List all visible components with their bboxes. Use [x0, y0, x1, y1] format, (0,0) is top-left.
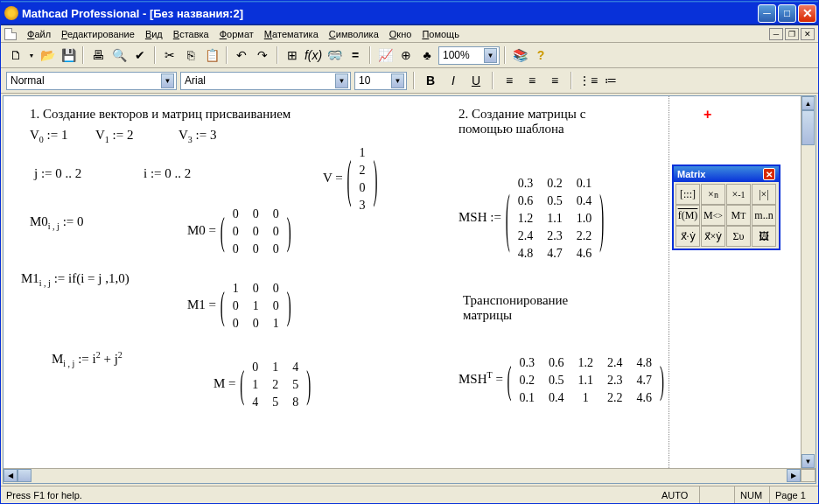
i-range: i := 0 .. 2 [144, 166, 191, 181]
window-title: Mathcad Professional - [Без названия:2] [22, 7, 758, 20]
insert-button[interactable]: ⊕ [396, 46, 416, 65]
m1-display: M1 = (100010001) [187, 280, 292, 332]
help-button[interactable]: ? [531, 46, 550, 65]
fx-button[interactable]: f(x) [304, 46, 323, 65]
style-combo[interactable]: Normal▼ [6, 72, 177, 90]
scroll-corner [801, 469, 816, 482]
mdi-restore[interactable]: ❐ [785, 28, 799, 40]
transpose-icon[interactable]: MT [726, 205, 751, 226]
status-page: Page 1 [770, 486, 818, 503]
scroll-h-thumb[interactable] [18, 469, 32, 482]
maximize-button[interactable]: □ [778, 4, 796, 23]
column-icon[interactable]: M<> [701, 205, 725, 226]
determinant-icon[interactable]: |×| [752, 184, 776, 205]
font-combo[interactable]: Arial▼ [180, 72, 351, 90]
menu-help[interactable]: Помощь [416, 27, 465, 41]
spellcheck-button[interactable]: ✔ [130, 46, 150, 65]
menubar: Файл Редактирование Вид Вставка Формат М… [1, 25, 818, 43]
transpose-label: Транспонирование матрицы [463, 293, 603, 323]
size-arrow[interactable]: ▼ [391, 74, 404, 88]
graph-button[interactable]: 📈 [375, 46, 395, 65]
size-combo[interactable]: 10▼ [354, 72, 407, 90]
mdi-minimize[interactable]: ─ [769, 28, 783, 40]
zoom-arrow[interactable]: ▼ [484, 48, 497, 63]
heading-1: 1. Создание векторов и матриц присваиван… [30, 107, 290, 122]
sum-icon[interactable]: Συ [726, 226, 751, 247]
menu-window[interactable]: Окно [384, 27, 417, 41]
j-range: j := 0 .. 2 [34, 166, 81, 181]
v1-def: V1 := 2 [95, 128, 133, 144]
align-center-button[interactable]: ≡ [522, 71, 542, 90]
titlebar: Mathcad Professional - [Без названия:2] … [1, 1, 818, 25]
matrix-palette[interactable]: Matrix ✕ [:::] ×n ×-1 |×| f(M) M<> MT m.… [672, 164, 780, 250]
menu-edit[interactable]: Редактирование [56, 27, 140, 41]
palette-close-button[interactable]: ✕ [763, 168, 775, 180]
italic-button[interactable]: I [444, 71, 463, 90]
minimize-button[interactable]: ─ [758, 4, 776, 23]
units-button[interactable]: 🥽 [325, 46, 344, 65]
print-button[interactable]: 🖶 [88, 46, 108, 65]
bullets-button[interactable]: ⋮≡ [578, 71, 598, 90]
menu-symbolics[interactable]: Символика [324, 27, 384, 41]
bold-button[interactable]: B [421, 71, 440, 90]
font-arrow[interactable]: ▼ [335, 74, 348, 88]
save-button[interactable]: 💾 [59, 46, 78, 65]
page-margin-line [668, 96, 669, 468]
zoom-combo[interactable]: 100%▼ [438, 46, 500, 65]
dot-product-icon[interactable]: x⃗·ẏ [676, 226, 700, 247]
underline-button[interactable]: U [466, 71, 486, 90]
menu-view[interactable]: Вид [140, 27, 168, 41]
m1-def: M1i , j := if(i = j ,1,0) [21, 271, 130, 288]
subscript-icon[interactable]: ×n [701, 184, 725, 205]
copy-button[interactable]: ⎘ [181, 46, 200, 65]
numbering-button[interactable]: ≔ [601, 71, 620, 90]
matrix-insert-icon[interactable]: [:::] [676, 184, 700, 205]
document-icon[interactable] [4, 28, 17, 40]
horizontal-scrollbar[interactable]: ◀ ▶ [4, 468, 816, 483]
style-value: Normal [10, 74, 45, 87]
standard-toolbar: 🗋 ▼ 📂 💾 🖶 🔍 ✔ ✂ ⎘ 📋 ↶ ↷ ⊞ f(x) 🥽 = 📈 ⊕ ♣… [1, 43, 818, 68]
align-left-button[interactable]: ≡ [500, 71, 519, 90]
scroll-up-button[interactable]: ▲ [802, 96, 815, 110]
resource-button[interactable]: 📚 [510, 46, 529, 65]
vectorize-icon[interactable]: f(M) [676, 205, 700, 226]
scroll-v-thumb[interactable] [802, 110, 815, 145]
picture-icon[interactable]: 🖼 [752, 226, 776, 247]
statusbar: Press F1 for help. AUTO NUM Page 1 [1, 486, 818, 503]
new-dropdown[interactable]: ▼ [27, 46, 36, 65]
calc-button[interactable]: = [346, 46, 365, 65]
range-icon[interactable]: m..n [752, 205, 776, 226]
menu-insert[interactable]: Вставка [168, 27, 214, 41]
menu-format[interactable]: Формат [214, 27, 259, 41]
style-arrow[interactable]: ▼ [161, 74, 174, 88]
menu-math[interactable]: Математика [259, 27, 324, 41]
component-button[interactable]: ♣ [417, 46, 437, 65]
vertical-scrollbar[interactable]: ▲ ▼ [801, 96, 816, 468]
align-button[interactable]: ⊞ [283, 46, 302, 65]
scroll-left-button[interactable]: ◀ [4, 469, 18, 482]
new-button[interactable]: 🗋 [6, 46, 25, 65]
menu-file[interactable]: Файл [22, 27, 56, 41]
m-def: Mi , j := i2 + j2 [52, 350, 122, 368]
cut-button[interactable]: ✂ [160, 46, 179, 65]
font-value: Arial [185, 74, 206, 87]
preview-button[interactable]: 🔍 [109, 46, 129, 65]
v3-def: V3 := 3 [178, 128, 216, 144]
paste-button[interactable]: 📋 [202, 46, 221, 65]
cross-product-icon[interactable]: x⃗×ẏ [701, 226, 725, 247]
close-button[interactable]: ✕ [798, 4, 816, 23]
palette-titlebar[interactable]: Matrix ✕ [674, 166, 779, 182]
scroll-down-button[interactable]: ▼ [802, 454, 815, 468]
worksheet[interactable]: + 1. Создание векторов и матриц присваив… [3, 95, 816, 484]
align-right-button[interactable]: ≡ [545, 71, 564, 90]
v0-def: V0 := 1 [30, 128, 67, 144]
undo-button[interactable]: ↶ [232, 46, 251, 65]
inverse-icon[interactable]: ×-1 [726, 184, 751, 205]
mdi-close[interactable]: ✕ [801, 28, 815, 40]
status-num: NUM [735, 486, 770, 503]
open-button[interactable]: 📂 [38, 46, 57, 65]
v-display: V = (1203) [323, 144, 379, 214]
scroll-right-button[interactable]: ▶ [787, 469, 801, 482]
zoom-value: 100% [443, 49, 470, 61]
redo-button[interactable]: ↷ [253, 46, 272, 65]
